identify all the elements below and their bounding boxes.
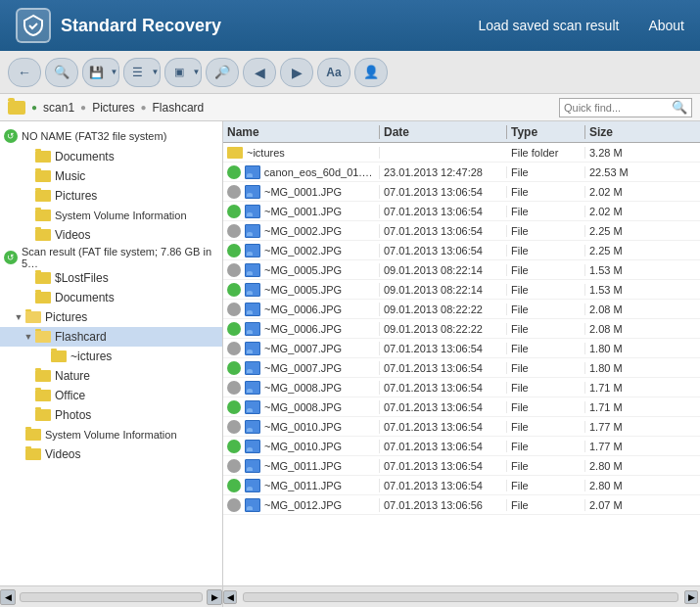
file-row[interactable]: ~MG_0006.JPG09.01.2013 08:22:22File2.08 … bbox=[223, 300, 700, 319]
expand-icon bbox=[22, 408, 35, 422]
file-name-text: ~MG_0008.JPG bbox=[264, 401, 342, 413]
file-row[interactable]: ~MG_0008.JPG07.01.2013 13:06:54File1.71 … bbox=[223, 397, 700, 417]
bottom-bar: ◀ ▶ ◀ ▶ bbox=[0, 585, 700, 607]
tree-label-documents1: Documents bbox=[55, 150, 115, 163]
file-row[interactable]: ~MG_0011.JPG07.01.2013 13:06:54File2.80 … bbox=[223, 456, 700, 476]
quick-find-input[interactable] bbox=[564, 102, 672, 114]
file-row[interactable]: ~MG_0007.JPG07.01.2013 13:06:54File1.80 … bbox=[223, 339, 700, 358]
scroll-right2-btn[interactable]: ▶ bbox=[684, 590, 698, 604]
expand-icon bbox=[37, 350, 51, 363]
about-nav[interactable]: About bbox=[648, 18, 684, 33]
view-dropdown[interactable]: ▼ bbox=[192, 58, 202, 87]
tree-label-videos1: Videos bbox=[55, 228, 90, 242]
tree-item-sysvolinfo1[interactable]: System Volume Information bbox=[0, 206, 222, 225]
next-button[interactable]: ▶ bbox=[280, 58, 313, 87]
file-row[interactable]: ~MG_0001.JPG07.01.2013 13:06:54File2.02 … bbox=[223, 202, 700, 221]
file-name-text: ~MG_0005.JPG bbox=[264, 284, 342, 296]
tree-item-lostfiles[interactable]: $LostFiles bbox=[0, 268, 222, 288]
tree-item-nature[interactable]: Nature bbox=[0, 366, 222, 386]
file-row[interactable]: ~MG_0010.JPG07.01.2013 13:06:54File1.77 … bbox=[223, 417, 700, 437]
tree-item-flashcard[interactable]: ▼ Flashcard bbox=[0, 327, 222, 347]
bc-item2[interactable]: Pictures bbox=[92, 101, 134, 115]
image-icon bbox=[245, 479, 260, 492]
image-icon bbox=[245, 361, 260, 375]
file-type-cell: File bbox=[507, 480, 585, 491]
tree-item-photos[interactable]: Photos bbox=[0, 405, 222, 425]
binoculars-button[interactable]: 🔎 bbox=[206, 58, 239, 87]
file-size-cell: 1.80 M bbox=[585, 343, 700, 354]
file-date-cell: 07.01.2013 13:06:54 bbox=[380, 206, 507, 217]
file-row[interactable]: ~MG_0005.JPG09.01.2013 08:22:14File1.53 … bbox=[223, 280, 700, 300]
file-date-cell: 23.01.2013 12:47:28 bbox=[380, 166, 507, 178]
file-row[interactable]: ~MG_0001.JPG07.01.2013 13:06:54File2.02 … bbox=[223, 182, 700, 202]
back-button[interactable]: ← bbox=[8, 58, 41, 87]
scroll-left2-btn[interactable]: ◀ bbox=[223, 590, 237, 604]
tree-item-office[interactable]: Office bbox=[0, 386, 222, 405]
tree-item-documents2[interactable]: Documents bbox=[0, 288, 222, 307]
tree-item-videos2[interactable]: Videos bbox=[0, 444, 222, 464]
folder-icon bbox=[25, 311, 41, 323]
file-name-text: ~MG_0010.JPG bbox=[264, 441, 342, 452]
font-button[interactable]: Aa bbox=[317, 58, 350, 87]
search-button[interactable]: 🔍 bbox=[45, 58, 78, 87]
file-row[interactable]: ~MG_0002.JPG07.01.2013 13:06:54File2.25 … bbox=[223, 221, 700, 241]
file-status-dot bbox=[227, 420, 241, 434]
file-type-cell: File bbox=[507, 441, 585, 452]
file-row[interactable]: ~MG_0005.JPG09.01.2013 08:22:14File1.53 … bbox=[223, 260, 700, 280]
file-date-cell: 07.01.2013 13:06:54 bbox=[380, 382, 507, 394]
file-name-text: ~MG_0005.JPG bbox=[264, 264, 342, 276]
file-status-dot bbox=[227, 342, 241, 355]
file-name-cell: canon_eos_60d_01.cr2 bbox=[223, 165, 380, 179]
image-icon bbox=[245, 283, 260, 297]
quick-find-icon[interactable]: 🔍 bbox=[672, 100, 687, 115]
image-icon bbox=[245, 400, 260, 414]
folder-icon bbox=[35, 370, 51, 382]
tree-section-2[interactable]: Scan result (FAT file system; 7.86 GB in… bbox=[0, 247, 222, 268]
prev-button[interactable]: ◀ bbox=[243, 58, 276, 87]
file-row[interactable]: canon_eos_60d_01.cr223.01.2013 12:47:28F… bbox=[223, 163, 700, 182]
tree-section-1[interactable]: NO NAME (FAT32 file system) bbox=[0, 125, 222, 147]
tree-item-documents1[interactable]: Documents bbox=[0, 147, 222, 166]
file-row[interactable]: ~MG_0010.JPG07.01.2013 13:06:54File1.77 … bbox=[223, 437, 700, 456]
file-size-cell: 2.08 M bbox=[585, 323, 700, 335]
tree-item-pictures1[interactable]: Pictures bbox=[0, 186, 222, 206]
tree-item-sysvolinfo2[interactable]: System Volume Information bbox=[0, 425, 222, 444]
list-dropdown[interactable]: ▼ bbox=[151, 58, 161, 87]
file-row[interactable]: ~MG_0007.JPG07.01.2013 13:06:54File1.80 … bbox=[223, 358, 700, 378]
save-dropdown[interactable]: ▼ bbox=[110, 58, 119, 87]
file-name-cell: ~MG_0002.JPG bbox=[223, 244, 380, 257]
tree-item-pictures2[interactable]: ▼ Pictures bbox=[0, 307, 222, 327]
file-row[interactable]: ~MG_0002.JPG07.01.2013 13:06:54File2.25 … bbox=[223, 241, 700, 260]
file-name-cell: ~MG_0007.JPG bbox=[223, 361, 380, 375]
person-button[interactable]: 👤 bbox=[354, 58, 388, 87]
expand-icon bbox=[22, 150, 35, 163]
tree-item-videos1[interactable]: Videos bbox=[0, 225, 222, 245]
save-button[interactable]: 💾 bbox=[82, 58, 110, 87]
file-date-cell: 07.01.2013 13:06:54 bbox=[380, 460, 507, 472]
header: Standard Recovery Load saved scan result… bbox=[0, 0, 700, 51]
folder-icon bbox=[25, 429, 41, 441]
bc-item3[interactable]: Flashcard bbox=[153, 101, 205, 115]
file-row[interactable]: ~MG_0012.JPG07.01.2013 13:06:56File2.07 … bbox=[223, 495, 700, 515]
scroll-track bbox=[243, 592, 678, 602]
tree-item-ictures[interactable]: ~ictures bbox=[0, 347, 222, 366]
file-row[interactable]: ~MG_0006.JPG09.01.2013 08:22:22File2.08 … bbox=[223, 319, 700, 339]
view-button[interactable]: ▣ bbox=[164, 58, 192, 87]
file-row[interactable]: ~MG_0008.JPG07.01.2013 13:06:54File1.71 … bbox=[223, 378, 700, 397]
file-row[interactable]: ~MG_0011.JPG07.01.2013 13:06:54File2.80 … bbox=[223, 476, 700, 495]
expand-icon bbox=[22, 291, 35, 304]
file-row[interactable]: ~icturesFile folder3.28 M bbox=[223, 143, 700, 163]
expand-icon bbox=[22, 271, 35, 285]
list-button[interactable]: ☰ bbox=[123, 58, 151, 87]
file-name-cell: ~MG_0011.JPG bbox=[223, 459, 380, 473]
scroll-left-btn[interactable]: ◀ bbox=[0, 589, 16, 605]
load-scan-nav[interactable]: Load saved scan result bbox=[478, 18, 619, 33]
scroll-right-btn[interactable]: ▶ bbox=[207, 589, 222, 605]
file-size-cell: 1.53 M bbox=[585, 264, 700, 276]
file-name-text: ~MG_0011.JPG bbox=[264, 460, 342, 472]
tree-item-music[interactable]: Music bbox=[0, 166, 222, 186]
bc-item1[interactable]: scan1 bbox=[43, 101, 74, 115]
expand-icon bbox=[12, 428, 25, 442]
file-date-cell: 09.01.2013 08:22:22 bbox=[380, 323, 507, 335]
tree-label-ictures: ~ictures bbox=[70, 350, 112, 363]
